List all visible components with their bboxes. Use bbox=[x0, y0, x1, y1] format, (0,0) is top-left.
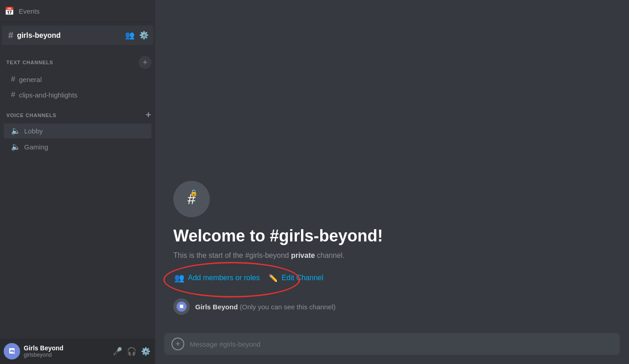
add-member-icon[interactable]: 👥 bbox=[125, 31, 135, 40]
sidebar: 📅 Events # girls-beyond 👥 ⚙️ TEXT CHANNE… bbox=[0, 0, 155, 364]
headphones-button[interactable]: 🎧 bbox=[126, 346, 137, 357]
system-msg-content: (Only you can see this channel) bbox=[238, 303, 335, 311]
welcome-description: This is the start of the #girls-beyond p… bbox=[173, 250, 611, 261]
voice-icon: 🔈 bbox=[11, 142, 21, 152]
hash-lock-icon: # 🔒 bbox=[187, 191, 196, 208]
channel-header-left: # girls-beyond bbox=[8, 30, 61, 41]
user-tag: girlsbeyond bbox=[24, 352, 108, 358]
system-msg-text: Girls Beyond (Only you can see this chan… bbox=[195, 303, 336, 311]
user-info: Girls Beyond girlsbeyond bbox=[24, 344, 108, 358]
hash-icon: # bbox=[11, 90, 15, 99]
text-channels-section: TEXT CHANNELS + bbox=[0, 49, 155, 72]
events-row[interactable]: 📅 Events bbox=[0, 0, 155, 22]
edit-channel-button[interactable]: ✏️ Edit Channel bbox=[268, 271, 324, 285]
add-attachment-button[interactable]: + bbox=[172, 338, 184, 350]
channel-icon: # 🔒 bbox=[173, 181, 210, 217]
add-members-button[interactable]: 👥 Add members or roles bbox=[173, 270, 260, 286]
voice-channels-section: VOICE CHANNELS + bbox=[0, 103, 155, 123]
user-display-name: Girls Beyond bbox=[24, 344, 108, 352]
channel-item-gaming[interactable]: 🔈 Gaming bbox=[4, 139, 151, 154]
events-label: Events bbox=[19, 7, 40, 15]
user-panel: Girls Beyond girlsbeyond 🎤 🎧 ⚙️ bbox=[0, 338, 155, 364]
channel-item-lobby[interactable]: 🔈 Lobby bbox=[4, 123, 151, 138]
voice-icon: 🔈 bbox=[11, 126, 21, 136]
hash-icon: # bbox=[8, 30, 13, 41]
hash-icon: # bbox=[11, 75, 15, 84]
welcome-title: Welcome to #girls-beyond! bbox=[173, 226, 611, 246]
action-buttons: 👥 Add members or roles ✏️ Edit Channel bbox=[173, 270, 611, 286]
avatar bbox=[4, 343, 20, 359]
mute-button[interactable]: 🎤 bbox=[112, 346, 123, 357]
discord-logo-icon bbox=[177, 302, 187, 312]
channel-header: # girls-beyond 👥 ⚙️ bbox=[2, 26, 153, 45]
add-members-icon: 👥 bbox=[174, 273, 184, 283]
pencil-icon: ✏️ bbox=[269, 274, 278, 282]
channel-name-lobby: Lobby bbox=[24, 127, 43, 135]
voice-channels-label: VOICE CHANNELS bbox=[6, 113, 57, 118]
channel-name-gaming: Gaming bbox=[24, 143, 48, 151]
channel-welcome: # 🔒 Welcome to #girls-beyond! This is th… bbox=[155, 0, 629, 333]
channel-item-general[interactable]: # general bbox=[4, 72, 151, 87]
settings-icon[interactable]: ⚙️ bbox=[139, 31, 149, 40]
main-content: # 🔒 Welcome to #girls-beyond! This is th… bbox=[155, 0, 629, 364]
channel-header-icons: 👥 ⚙️ bbox=[125, 31, 149, 40]
system-avatar bbox=[173, 298, 190, 315]
add-members-label: Add members or roles bbox=[188, 274, 260, 282]
system-message: Girls Beyond (Only you can see this chan… bbox=[173, 298, 611, 315]
channel-name-header: girls-beyond bbox=[17, 31, 61, 40]
calendar-icon: 📅 bbox=[5, 6, 14, 16]
channel-name-clips: clips-and-highlights bbox=[19, 91, 77, 99]
message-input[interactable] bbox=[190, 340, 613, 348]
text-channels-label: TEXT CHANNELS bbox=[6, 60, 53, 65]
system-msg-name: Girls Beyond bbox=[195, 303, 238, 311]
lock-icon: 🔒 bbox=[190, 189, 198, 196]
edit-channel-label: Edit Channel bbox=[281, 274, 323, 282]
message-input-box: + bbox=[164, 333, 620, 355]
channel-item-clips[interactable]: # clips-and-highlights bbox=[4, 87, 151, 102]
message-input-area: + bbox=[155, 333, 629, 364]
add-voice-channel-icon[interactable]: + bbox=[146, 110, 151, 120]
channel-name-general: general bbox=[19, 76, 42, 83]
user-controls: 🎤 🎧 ⚙️ bbox=[112, 346, 151, 357]
user-settings-button[interactable]: ⚙️ bbox=[140, 346, 151, 357]
add-text-channel-button[interactable]: + bbox=[139, 56, 151, 69]
